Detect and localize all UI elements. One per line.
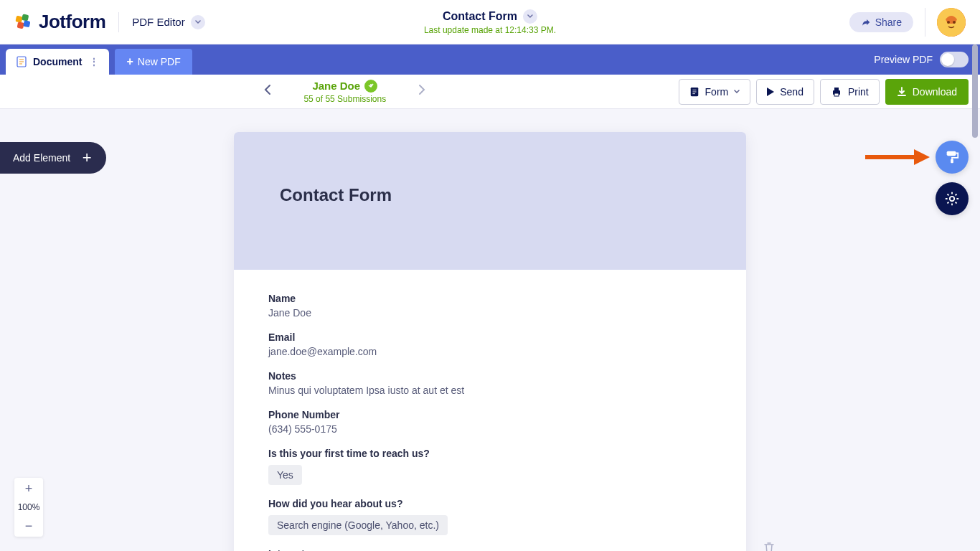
tab-document-label: Document — [33, 56, 82, 67]
form-field[interactable]: InterestsNewsEntertainmentHealth — [268, 548, 712, 551]
side-tools — [936, 141, 969, 215]
jotform-logo-icon — [14, 13, 33, 32]
svg-rect-0 — [15, 15, 22, 22]
canvas: Add Element + Contact Form NameJane DoeE… — [0, 109, 980, 551]
submission-toolbar: Jane Doe 55 of 55 Submissions Form Send … — [0, 75, 980, 109]
document-title[interactable]: Contact Form — [424, 9, 556, 24]
add-element-label: Add Element — [13, 152, 70, 164]
download-button[interactable]: Download — [885, 79, 969, 105]
top-header: Jotform PDF Editor Contact Form Last upd… — [0, 0, 980, 44]
settings-button[interactable] — [936, 182, 969, 215]
svg-point-5 — [947, 21, 950, 24]
paint-roller-button[interactable] — [936, 141, 969, 174]
tab-bar: Document ⋮ + New PDF Preview PDF — [0, 44, 980, 75]
field-value: Minus qui voluptatem Ipsa iusto at aut e… — [268, 385, 712, 396]
form-btn-label: Form — [705, 86, 729, 98]
user-avatar[interactable] — [937, 8, 966, 37]
preview-toggle[interactable] — [940, 52, 969, 67]
add-element-button[interactable]: Add Element + — [0, 142, 106, 174]
field-value: jane.doe@example.com — [268, 346, 712, 357]
field-value: (634) 555-0175 — [268, 423, 712, 435]
svg-rect-16 — [834, 88, 839, 90]
submission-count: 55 of 55 Submissions — [303, 94, 386, 104]
prev-submission-button[interactable] — [260, 84, 275, 99]
field-label: Notes — [268, 370, 712, 382]
pdf-editor-label-text: PDF Editor — [132, 16, 184, 28]
pdf-editor-dropdown[interactable]: PDF Editor — [132, 15, 204, 29]
svg-rect-1 — [22, 14, 29, 21]
zoom-in-button[interactable]: + — [14, 478, 43, 499]
next-submission-button[interactable] — [415, 84, 429, 99]
chevron-down-icon — [523, 9, 537, 24]
field-label: Phone Number — [268, 409, 712, 420]
submission-info[interactable]: Jane Doe 55 of 55 Submissions — [303, 80, 386, 104]
svg-rect-20 — [947, 151, 956, 156]
tab-document[interactable]: Document ⋮ — [6, 49, 109, 75]
last-update-text: Last update made at 12:14:33 PM. — [424, 25, 556, 35]
vertical-scrollbar[interactable] — [971, 0, 979, 551]
form-title: Contact Form — [265, 166, 715, 205]
svg-point-22 — [950, 197, 954, 201]
submission-name: Jane Doe — [312, 80, 360, 92]
print-btn-label: Print — [848, 86, 869, 98]
chip-group: Yes — [268, 462, 712, 485]
svg-point-6 — [953, 21, 956, 24]
chevron-down-icon — [191, 15, 205, 29]
field-label: How did you hear about us? — [268, 498, 712, 509]
scrollbar-thumb[interactable] — [972, 44, 978, 138]
svg-rect-21 — [951, 159, 953, 164]
svg-rect-2 — [17, 22, 24, 29]
pdf-page[interactable]: Contact Form NameJane DoeEmailjane.doe@e… — [234, 132, 746, 551]
svg-rect-17 — [834, 93, 839, 96]
send-button[interactable]: Send — [756, 79, 814, 105]
submission-nav: Jane Doe 55 of 55 Submissions — [11, 80, 679, 104]
verified-badge-icon — [364, 80, 377, 93]
plus-icon: + — [126, 55, 133, 68]
field-label: Name — [268, 293, 712, 304]
form-field[interactable]: Is this your first time to reach us?Yes — [268, 448, 712, 485]
form-field[interactable]: NotesMinus qui voluptatem Ipsa iusto at … — [268, 370, 712, 396]
plus-icon: + — [79, 150, 95, 166]
gear-icon — [944, 191, 960, 207]
page-body: NameJane DoeEmailjane.doe@example.comNot… — [234, 270, 746, 551]
document-title-text: Contact Form — [443, 10, 517, 23]
brand-text: Jotform — [39, 11, 105, 33]
divider — [925, 8, 925, 37]
chip: Search engine (Google, Yahoo, etc.) — [268, 515, 448, 535]
svg-rect-3 — [23, 20, 30, 27]
form-field[interactable]: Emailjane.doe@example.com — [268, 331, 712, 357]
brand-logo[interactable]: Jotform — [14, 11, 105, 33]
fields-container: NameJane DoeEmailjane.doe@example.comNot… — [268, 293, 712, 551]
zoom-controls: + 100% − — [14, 478, 43, 537]
document-title-group: Contact Form Last update made at 12:14:3… — [424, 9, 556, 35]
download-btn-label: Download — [913, 86, 957, 98]
new-pdf-button[interactable]: + New PDF — [115, 49, 192, 75]
send-btn-label: Send — [780, 86, 804, 98]
field-value: Jane Doe — [268, 307, 712, 319]
chevron-down-icon — [734, 88, 740, 95]
form-dropdown-button[interactable]: Form — [679, 79, 751, 105]
zoom-out-button[interactable]: − — [14, 515, 43, 537]
paint-roller-icon — [944, 149, 960, 165]
tab-menu-kebab[interactable]: ⋮ — [89, 60, 99, 63]
chip-group: Search engine (Google, Yahoo, etc.) — [268, 512, 712, 535]
field-label: Email — [268, 331, 712, 343]
send-icon — [767, 88, 774, 96]
print-button[interactable]: Print — [820, 79, 880, 105]
new-pdf-label: New PDF — [138, 56, 181, 67]
delete-page-button[interactable] — [762, 541, 776, 551]
callout-arrow — [865, 148, 930, 169]
form-field[interactable]: Phone Number(634) 555-0175 — [268, 409, 712, 435]
toolbar-actions: Form Send Print Download — [679, 79, 969, 105]
field-label: Interests — [268, 548, 712, 551]
document-icon — [16, 56, 27, 67]
form-field[interactable]: NameJane Doe — [268, 293, 712, 319]
svg-marker-19 — [914, 149, 930, 165]
share-button[interactable]: Share — [849, 12, 913, 32]
share-label: Share — [875, 17, 902, 28]
form-field[interactable]: How did you hear about us?Search engine … — [268, 498, 712, 535]
preview-pdf-label: Preview PDF — [874, 54, 933, 65]
form-icon — [689, 87, 699, 97]
page-header-block[interactable]: Contact Form — [234, 132, 746, 270]
divider — [118, 12, 119, 32]
